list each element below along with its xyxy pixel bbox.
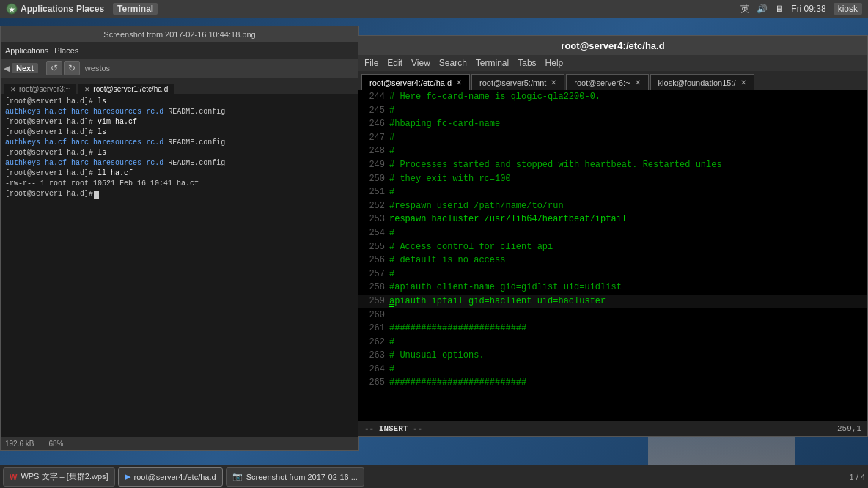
tab-close-kiosk[interactable]: ✕ — [740, 78, 746, 86]
vnc-tab-server1[interactable]: ✕ root@server1:/etc/ha.d — [78, 84, 174, 94]
vnc-terminal-content: [root@server1 ha.d]# ls authkeys ha.cf h… — [1, 94, 358, 437]
main-terminal-statusbar: -- INSERT -- 259,1 — [358, 421, 867, 436]
terminal-line: [root@server1 ha.d]# ll ha.cf — [5, 169, 354, 179]
code-line-256: 256# default is no access — [358, 254, 867, 267]
terminal-menu[interactable]: Terminal — [113, 3, 158, 15]
main-terminal-title: root@server4:/etc/ha.d — [364, 40, 861, 51]
code-line-259: 259apiauth ipfail gid=haclient uid=haclu… — [358, 295, 867, 308]
applications-menu[interactable]: Applications — [21, 4, 73, 14]
svg-text:★: ★ — [9, 6, 15, 13]
code-line-250: 250# they exit with rc=100 — [358, 172, 867, 186]
code-line-244: 244# Here fc-card-name is qlogic-qla2200… — [358, 90, 867, 104]
main-terminal-tabs: root@server4:/etc/ha.d ✕ root@server5:/m… — [358, 71, 867, 90]
tab-close-server4[interactable]: ✕ — [456, 78, 462, 86]
code-line-254: 254# — [358, 226, 867, 240]
tab-close-server6[interactable]: ✕ — [635, 78, 641, 86]
code-line-251: 251# — [358, 185, 867, 199]
code-line-263: 263# Unusual options. — [358, 349, 867, 363]
system-bar-left: ★ Applications Places Terminal — [6, 3, 158, 15]
distro-icon: ★ — [6, 3, 18, 15]
insert-mode: -- INSERT -- — [364, 424, 422, 433]
screenshot-titlebar: Screenshot from 2017-02-16 10:44:18.png — [1, 26, 358, 42]
vnc-btn-1[interactable]: ↺ — [46, 61, 62, 75]
terminal-line: [root@server1 ha.d]# ls — [5, 148, 354, 158]
terminal-line: [root@server1 ha.d]# — [5, 189, 354, 199]
vnc-control-buttons: ↺ ↻ — [46, 61, 80, 75]
main-terminal-window: root@server4:/etc/ha.d File Edit View Se… — [358, 35, 868, 437]
terminal-line: authkeys ha.cf harc haresources rc.d REA… — [5, 107, 354, 117]
vnc-apps[interactable]: Applications — [5, 46, 48, 55]
code-line-258: 258#apiauth client-name gid=gidlist uid=… — [358, 281, 867, 295]
code-line-248: 248# — [358, 144, 867, 158]
system-bar: ★ Applications Places Terminal 英 🔊 🖥 Fri… — [0, 0, 868, 18]
code-line-247: 247# — [358, 131, 867, 145]
vnc-size: 192.6 kB — [5, 440, 34, 448]
network-icon[interactable]: 🖥 — [775, 4, 784, 14]
system-bar-right: 英 🔊 🖥 Fri 09:38 kiosk — [740, 3, 862, 15]
menu-edit[interactable]: Edit — [387, 58, 402, 68]
westos-label: westos — [85, 64, 110, 73]
wps-icon: W — [10, 473, 17, 481]
terminal-line: [root@server1 ha.d]# ls — [5, 97, 354, 107]
lang-indicator: 英 — [740, 3, 749, 15]
tab-server4[interactable]: root@server4:/etc/ha.d ✕ — [361, 74, 470, 90]
tab-close-server5[interactable]: ✕ — [551, 78, 556, 86]
menu-tabs[interactable]: Tabs — [518, 58, 536, 68]
code-line-255: 255# Access control for client api — [358, 240, 867, 254]
nav-prev[interactable]: ◀ — [4, 64, 10, 73]
tab-kiosk[interactable]: kiosk@foundation15:/ ✕ — [650, 74, 754, 90]
tab-server6[interactable]: root@server6:~ ✕ — [566, 74, 648, 90]
taskbar-screenshot[interactable]: 📷 Screenshot from 2017-02-16 ... — [226, 467, 364, 487]
vnc-app-bar: Applications Places — [1, 42, 358, 59]
taskbar-screenshot-label: Screenshot from 2017-02-16 ... — [246, 473, 358, 481]
vnc-tab-bar: ✕ root@server3:~ ✕ root@server1:/etc/ha.… — [1, 78, 358, 94]
vnc-zoom: 68% — [48, 440, 63, 448]
places-menu[interactable]: Places — [76, 4, 104, 14]
kiosk-label: kiosk — [834, 3, 862, 15]
code-line-253: 253respawn hacluster /usr/lib64/heartbea… — [358, 212, 867, 226]
code-line-245: 245# — [358, 104, 867, 118]
code-line-262: 262# — [358, 336, 867, 350]
screenshot-window: Screenshot from 2017-02-16 10:44:18.png … — [0, 26, 359, 451]
terminal-line: authkeys ha.cf harc haresources rc.d REA… — [5, 138, 354, 148]
menu-search[interactable]: Search — [439, 58, 467, 68]
vnc-btn-2[interactable]: ↻ — [64, 61, 80, 75]
taskbar-wps-label: WPS 文字 – [集群2.wps] — [21, 471, 108, 482]
code-line-252: 252#respawn userid /path/name/to/run — [358, 199, 867, 213]
vnc-toolbar: ◀ Next ↺ ↻ westos — [1, 59, 358, 78]
cursor-position: 259,1 — [837, 424, 861, 433]
terminal-icon: ▶ — [125, 472, 130, 481]
code-line-264: 264# — [358, 363, 867, 377]
datetime-display: Fri 09:38 — [791, 4, 825, 14]
menu-help[interactable]: Help — [545, 58, 564, 68]
terminal-line: [root@server1 ha.d]# ls — [5, 127, 354, 138]
terminal-line: [root@server1 ha.d]# vim ha.cf — [5, 117, 354, 127]
main-terminal-content[interactable]: 244# Here fc-card-name is qlogic-qla2200… — [358, 90, 867, 421]
vnc-statusbar: 192.6 kB 68% — [1, 437, 358, 450]
code-line-246: 246#hbaping fc-card-name — [358, 117, 867, 131]
menu-view[interactable]: View — [411, 58, 430, 68]
menu-file[interactable]: File — [364, 58, 378, 68]
taskbar-terminal-label: root@server4:/etc/ha.d — [134, 473, 216, 481]
vnc-tab-server3[interactable]: ✕ root@server3:~ — [4, 84, 76, 94]
taskbar-pager: 1 / 4 — [850, 473, 865, 481]
terminal-line: authkeys ha.cf harc haresources rc.d REA… — [5, 158, 354, 169]
tab-server5[interactable]: root@server5:/mnt ✕ — [471, 74, 564, 90]
code-line-260: 260 — [358, 308, 867, 322]
main-terminal-menubar: File Edit View Search Terminal Tabs Help — [358, 55, 867, 71]
code-line-249: 249# Processes started and stopped with … — [358, 158, 867, 172]
screenshot-title: Screenshot from 2017-02-16 10:44:18.png — [7, 30, 353, 39]
taskbar-wps[interactable]: W WPS 文字 – [集群2.wps] — [3, 467, 115, 487]
volume-icon[interactable]: 🔊 — [757, 4, 768, 14]
next-button[interactable]: Next — [12, 63, 38, 73]
main-terminal-titlebar: root@server4:/etc/ha.d — [358, 36, 867, 55]
taskbar: W WPS 文字 – [集群2.wps] ▶ root@server4:/etc… — [0, 465, 868, 488]
menu-terminal[interactable]: Terminal — [476, 58, 509, 68]
screenshot-icon: 📷 — [232, 472, 243, 481]
code-line-261: 261########################## — [358, 322, 867, 336]
taskbar-terminal[interactable]: ▶ root@server4:/etc/ha.d — [118, 467, 223, 487]
terminal-line: -rw-r-- 1 root root 10521 Feb 16 10:41 h… — [5, 179, 354, 189]
vnc-places[interactable]: Places — [54, 46, 78, 55]
code-line-265: 265########################## — [358, 376, 867, 390]
code-line-257: 257# — [358, 267, 867, 281]
